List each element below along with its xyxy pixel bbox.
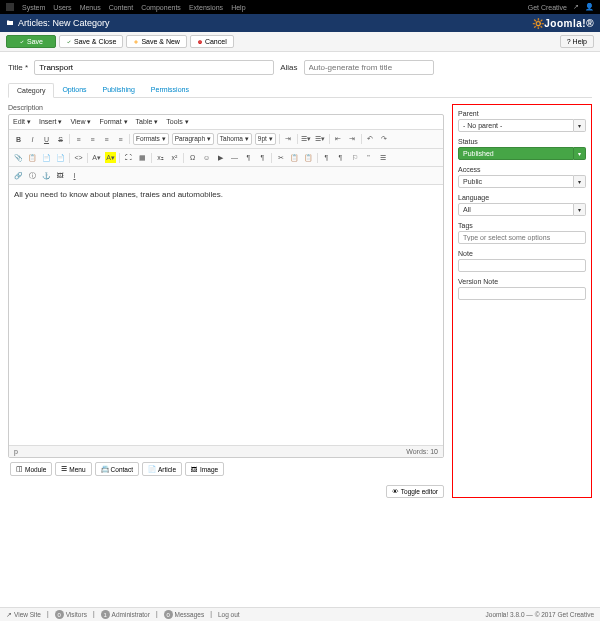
cancel-button[interactable]: Cancel xyxy=(190,35,234,48)
indent2-icon[interactable]: ⇥ xyxy=(347,134,358,145)
copy-icon[interactable]: 📋 xyxy=(27,152,38,163)
toggle-editor-button[interactable]: 👁Toggle editor xyxy=(386,485,444,498)
article-button[interactable]: 📄Article xyxy=(142,462,182,476)
version-note-input[interactable] xyxy=(458,287,586,300)
underline-icon[interactable]: U xyxy=(41,134,52,145)
tab-category[interactable]: Category xyxy=(8,83,54,98)
clip-icon[interactable]: 📎 xyxy=(13,152,24,163)
description-label: Description xyxy=(8,104,444,111)
user-icon[interactable]: 👤 xyxy=(585,3,594,11)
undo-icon[interactable]: ↶ xyxy=(365,134,376,145)
tags-label: Tags xyxy=(458,222,586,229)
paste2-icon[interactable]: 📋 xyxy=(303,152,314,163)
tab-publishing[interactable]: Publishing xyxy=(95,83,143,97)
italic-icon[interactable]: I xyxy=(27,134,38,145)
align-justify-icon[interactable]: ≡ xyxy=(115,134,126,145)
image-icon[interactable]: 🖼 xyxy=(55,170,66,181)
save-button[interactable]: Save xyxy=(6,35,56,48)
menu-help[interactable]: Help xyxy=(231,4,245,11)
editor-menu-insert[interactable]: Insert ▾ xyxy=(39,118,62,126)
bullet-list-icon[interactable]: ☰▾ xyxy=(301,134,312,145)
editor-menu-view[interactable]: View ▾ xyxy=(70,118,91,126)
access-select[interactable]: Public xyxy=(458,175,574,188)
language-select[interactable]: All xyxy=(458,203,574,216)
flag-icon[interactable]: ⚐ xyxy=(349,152,360,163)
contact-button[interactable]: 📇Contact xyxy=(95,462,139,476)
editor-content[interactable]: All you need to know about planes, traie… xyxy=(9,185,443,445)
title-input[interactable] xyxy=(34,60,274,75)
tab-permissions[interactable]: Permissions xyxy=(143,83,197,97)
media-icon[interactable]: ▶ xyxy=(215,152,226,163)
menu-extensions[interactable]: Extensions xyxy=(189,4,223,11)
chevron-down-icon[interactable]: ▾ xyxy=(574,147,586,160)
editor-toolbar-2: 📎 📋 📄 📄 <> A▾ A▾ ⛶ ▦ x₂ x² Ω xyxy=(9,149,443,167)
template-icon[interactable]: ☰ xyxy=(377,152,388,163)
fontsize-select[interactable]: 9pt ▾ xyxy=(255,133,276,145)
anchor-icon[interactable]: ⚓ xyxy=(41,170,52,181)
pilcrow2-icon[interactable]: ¶ xyxy=(335,152,346,163)
alias-input[interactable] xyxy=(304,60,434,75)
editor-menu-edit[interactable]: Edit ▾ xyxy=(13,118,31,126)
module-button[interactable]: ◫Module xyxy=(10,462,52,476)
paste-icon[interactable]: 📄 xyxy=(41,152,52,163)
chevron-down-icon[interactable]: ▾ xyxy=(574,203,586,216)
tags-input[interactable] xyxy=(458,231,586,244)
copy2-icon[interactable]: 📋 xyxy=(289,152,300,163)
parent-select[interactable]: - No parent - xyxy=(458,119,574,132)
joomla-brand-logo: 🔆Joomla!® xyxy=(532,18,594,29)
menu-components[interactable]: Components xyxy=(141,4,181,11)
subscript-icon[interactable]: x₂ xyxy=(155,152,166,163)
link-icon[interactable]: 🔗 xyxy=(13,170,24,181)
image-button[interactable]: 🖼Image xyxy=(185,462,224,476)
paste-text-icon[interactable]: 📄 xyxy=(55,152,66,163)
chevron-down-icon[interactable]: ▾ xyxy=(574,175,586,188)
pilcrow-icon[interactable]: ¶ xyxy=(321,152,332,163)
outdent-icon[interactable]: ⇤ xyxy=(333,134,344,145)
menu-content[interactable]: Content xyxy=(109,4,134,11)
menu-system[interactable]: System xyxy=(22,4,45,11)
joomla-icon[interactable] xyxy=(6,3,14,11)
bgcolor-icon[interactable]: A▾ xyxy=(105,152,116,163)
align-center-icon[interactable]: ≡ xyxy=(87,134,98,145)
fullscreen-icon[interactable]: ⛶ xyxy=(123,152,134,163)
clear-icon[interactable]: I xyxy=(69,170,80,181)
tab-options[interactable]: Options xyxy=(54,83,94,97)
superscript-icon[interactable]: x² xyxy=(169,152,180,163)
code-icon[interactable]: <> xyxy=(73,152,84,163)
menu-menus[interactable]: Menus xyxy=(80,4,101,11)
number-list-icon[interactable]: ☰▾ xyxy=(315,134,326,145)
emoji-icon[interactable]: ☺ xyxy=(201,152,212,163)
rtl-icon[interactable]: ¶ xyxy=(257,152,268,163)
font-select[interactable]: Tahoma ▾ xyxy=(217,133,252,145)
save-new-button[interactable]: Save & New xyxy=(126,35,187,48)
editor-menu-tools[interactable]: Tools ▾ xyxy=(166,118,188,126)
help-button[interactable]: ? Help xyxy=(560,35,594,48)
ltr-icon[interactable]: ¶ xyxy=(243,152,254,163)
quote-icon[interactable]: " xyxy=(363,152,374,163)
indent-icon[interactable]: ⇥ xyxy=(283,134,294,145)
omega-icon[interactable]: Ω xyxy=(187,152,198,163)
strikethrough-icon[interactable]: S xyxy=(55,134,66,145)
paragraph-select[interactable]: Paragraph ▾ xyxy=(172,133,214,145)
redo-icon[interactable]: ↷ xyxy=(379,134,390,145)
table-icon[interactable]: ▦ xyxy=(137,152,148,163)
cube-icon: ◫ xyxy=(16,465,23,473)
status-select[interactable]: Published xyxy=(458,147,574,160)
hr-icon[interactable]: — xyxy=(229,152,240,163)
textcolor-icon[interactable]: A▾ xyxy=(91,152,102,163)
site-name-link[interactable]: Get Creative xyxy=(528,4,567,11)
bold-icon[interactable]: B xyxy=(13,134,24,145)
align-left-icon[interactable]: ≡ xyxy=(73,134,84,145)
menu-users[interactable]: Users xyxy=(53,4,71,11)
save-close-button[interactable]: Save & Close xyxy=(59,35,123,48)
align-right-icon[interactable]: ≡ xyxy=(101,134,112,145)
editor-menu-format[interactable]: Format ▾ xyxy=(99,118,127,126)
editor-menu-table[interactable]: Table ▾ xyxy=(136,118,159,126)
menu-button[interactable]: ☰Menu xyxy=(55,462,91,476)
formats-select[interactable]: Formats ▾ xyxy=(133,133,169,145)
cut-icon[interactable]: ✂ xyxy=(275,152,286,163)
info-icon[interactable]: ⓘ xyxy=(27,170,38,181)
chevron-down-icon[interactable]: ▾ xyxy=(574,119,586,132)
note-input[interactable] xyxy=(458,259,586,272)
top-menu-left: System Users Menus Content Components Ex… xyxy=(6,3,246,11)
